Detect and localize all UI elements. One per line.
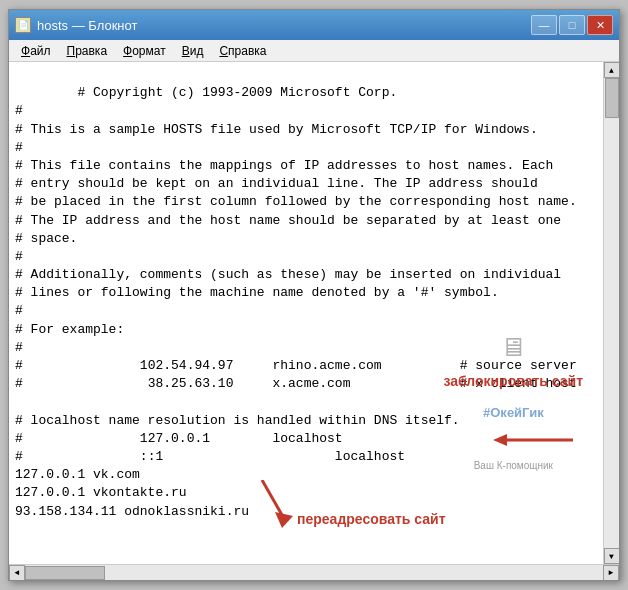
svg-marker-1: [493, 434, 507, 446]
arrow-right-svg: [493, 432, 583, 448]
menu-edit[interactable]: Правка: [59, 42, 116, 60]
minimize-button[interactable]: —: [531, 15, 557, 35]
text-area-wrapper: # Copyright (c) 1993-2009 Microsoft Corp…: [9, 62, 619, 564]
close-button[interactable]: ✕: [587, 15, 613, 35]
content-area: # Copyright (c) 1993-2009 Microsoft Corp…: [9, 62, 619, 580]
menu-format[interactable]: Формат: [115, 42, 174, 60]
main-window: 📄 hosts — Блокнот — □ ✕ Файл Правка Форм…: [8, 9, 620, 581]
text-editor[interactable]: # Copyright (c) 1993-2009 Microsoft Corp…: [9, 62, 603, 564]
menu-file[interactable]: Файл: [13, 42, 59, 60]
watermark-sub: Ваш К-помощник: [474, 459, 553, 473]
title-bar: 📄 hosts — Блокнот — □ ✕: [9, 10, 619, 40]
svg-line-2: [262, 480, 282, 515]
scroll-thumb-v[interactable]: [605, 78, 619, 118]
menu-help[interactable]: Справка: [211, 42, 274, 60]
maximize-button[interactable]: □: [559, 15, 585, 35]
title-bar-left: 📄 hosts — Блокнот: [15, 17, 137, 33]
arrow-down-svg: [247, 480, 297, 530]
scroll-right-button[interactable]: ►: [603, 565, 619, 581]
watermark: 🖥 #ОкейГик Ваш К-помощник: [474, 295, 553, 509]
block-arrow: [443, 432, 583, 448]
scroll-track-h[interactable]: [25, 565, 603, 580]
vertical-scrollbar[interactable]: ▲ ▼: [603, 62, 619, 564]
scroll-down-button[interactable]: ▼: [604, 548, 620, 564]
redirect-site-label: переадресовать сайт: [297, 511, 446, 527]
watermark-brand: #ОкейГик: [474, 404, 553, 422]
menu-bar: Файл Правка Формат Вид Справка: [9, 40, 619, 62]
scroll-thumb-h[interactable]: [25, 566, 105, 580]
scroll-left-button[interactable]: ◄: [9, 565, 25, 581]
redirect-label-container: переадресовать сайт: [219, 491, 446, 548]
menu-view[interactable]: Вид: [174, 42, 212, 60]
title-bar-controls: — □ ✕: [531, 15, 613, 35]
window-title: hosts — Блокнот: [37, 18, 137, 33]
scroll-track-v[interactable]: [604, 78, 619, 548]
svg-marker-3: [275, 512, 293, 528]
hosts-file-content: # Copyright (c) 1993-2009 Microsoft Corp…: [15, 85, 577, 518]
app-icon: 📄: [15, 17, 31, 33]
horizontal-scrollbar[interactable]: ◄ ►: [9, 564, 619, 580]
scroll-up-button[interactable]: ▲: [604, 62, 620, 78]
